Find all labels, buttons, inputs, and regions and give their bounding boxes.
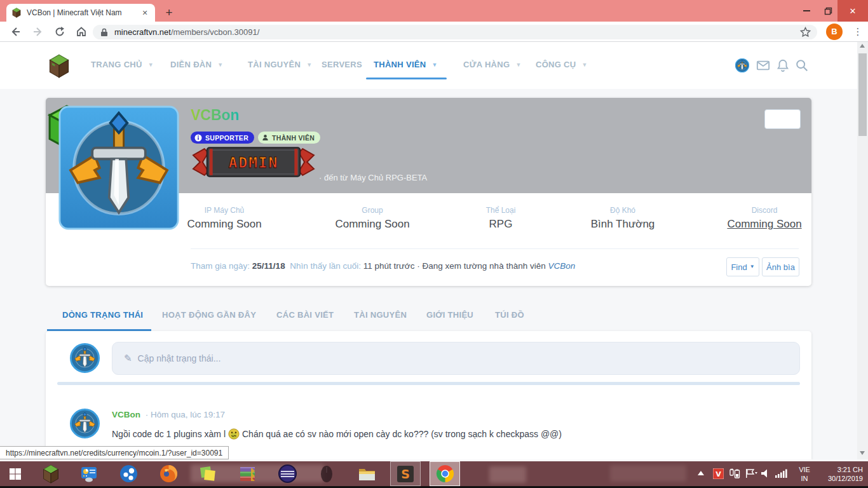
minecraft-icon xyxy=(42,464,60,484)
bookmark-star-icon[interactable] xyxy=(800,27,811,40)
svg-text:S: S xyxy=(401,467,410,481)
favicon-minecraft xyxy=(11,8,22,18)
tray-flag-icon[interactable] xyxy=(745,468,758,478)
stat-genre: Thể LoạiRPG xyxy=(486,206,516,231)
chevron-down-icon: ▼ xyxy=(515,62,521,68)
taskbar-sublime-text[interactable]: S xyxy=(390,461,421,486)
sublime-text-icon: S xyxy=(397,465,414,483)
svg-text:V: V xyxy=(715,470,721,478)
nav-item-trang-chu[interactable]: TRANG CHỦ▼ xyxy=(91,60,154,69)
taskbar-file-explorer[interactable] xyxy=(351,461,382,486)
scrollbar-up-arrow[interactable] xyxy=(860,44,865,48)
post-author-avatar[interactable] xyxy=(70,409,100,438)
tray-battery-icon[interactable] xyxy=(729,468,741,479)
find-button[interactable]: Find▼ xyxy=(726,257,759,276)
nav-item-servers[interactable]: SERVERS xyxy=(322,60,362,69)
post-author-name[interactable]: VCBon xyxy=(112,410,140,419)
dots-app-icon xyxy=(119,464,138,483)
firefox-icon xyxy=(159,464,178,483)
chevron-down-icon: ▼ xyxy=(148,62,154,68)
search-icon[interactable] xyxy=(795,58,809,72)
supporter-badge[interactable]: SUPPORTER xyxy=(191,132,254,144)
nav-item-thanh-vien[interactable]: THÀNH VIÊN▼ xyxy=(374,60,438,69)
taskbar-mouse-tool[interactable] xyxy=(311,461,342,486)
profile-avatar[interactable] xyxy=(58,105,179,230)
nav-item-cua-hang[interactable]: CỬA HÀNG▼ xyxy=(463,60,522,69)
browser-titlebar: VCBon | Minecraft Việt Nam ✕ + ✕ xyxy=(0,0,868,22)
tray-expand-icon[interactable] xyxy=(698,471,704,475)
restore-button[interactable] xyxy=(818,0,837,22)
nav-active-underline xyxy=(366,78,447,79)
taskbar-dots-app[interactable] xyxy=(113,461,144,486)
new-tab-button[interactable]: + xyxy=(161,5,177,20)
divider xyxy=(191,248,799,249)
scrollbar-thumb[interactable] xyxy=(858,53,867,136)
address-bar[interactable]: minecraftvn.net/members/vcbon.30091/ xyxy=(93,25,817,39)
username-link[interactable]: VCBon xyxy=(548,261,575,271)
status-feed-card: ✎ Cập nhật trạng thái... VCBon · Hôm qua… xyxy=(46,331,811,459)
scrollbar-down-arrow[interactable] xyxy=(860,451,865,455)
windows-logo-icon xyxy=(9,468,22,480)
nav-item-tai-nguyen[interactable]: TÀI NGUYÊN▼ xyxy=(248,60,312,69)
minimize-button[interactable] xyxy=(796,0,817,22)
tab-cac-bai-viet[interactable]: CÁC BÀI VIẾT xyxy=(276,310,334,320)
tray-vietkey-icon[interactable]: V xyxy=(713,468,724,479)
site-logo-minecraft[interactable] xyxy=(48,54,70,78)
tray-clock[interactable]: 3:21 CH30/12/2019 xyxy=(818,465,863,483)
wallpaper-glow xyxy=(610,465,686,482)
tab-gioi-thieu[interactable]: GIỚI THIỆU xyxy=(426,310,473,320)
tab-close-icon[interactable]: ✕ xyxy=(140,8,150,18)
chevron-down-icon: ▼ xyxy=(306,62,312,68)
profile-origin: · đến từ Máy Chủ RPG-BETA xyxy=(319,173,427,182)
badge-row: SUPPORTER THÀNH VIÊN xyxy=(191,132,320,144)
nav-item-cong-cu[interactable]: CÔNG CỤ▼ xyxy=(536,60,588,69)
taskbar-settings-app[interactable] xyxy=(74,461,104,486)
taskbar-minecraft[interactable] xyxy=(36,461,66,486)
browser-menu-icon[interactable]: ⋮ xyxy=(851,24,864,39)
bell-icon[interactable] xyxy=(776,58,790,72)
close-button[interactable]: ✕ xyxy=(837,0,868,22)
back-button[interactable] xyxy=(8,24,23,39)
browser-toolbar: minecraftvn.net/members/vcbon.30091/ B ⋮ xyxy=(0,22,868,42)
tray-speaker-icon[interactable] xyxy=(761,469,771,478)
tray-language[interactable]: VIEIN xyxy=(793,465,816,483)
person-icon xyxy=(262,134,269,141)
taskbar-winrar[interactable] xyxy=(233,461,263,486)
reload-button[interactable] xyxy=(52,24,67,39)
taskbar-sticky-notes[interactable] xyxy=(193,461,223,486)
composer-avatar xyxy=(70,343,100,373)
browser-profile-avatar[interactable]: B xyxy=(826,24,843,40)
taskbar-eclipse[interactable] xyxy=(272,461,302,486)
divider xyxy=(57,382,800,385)
tab-tai-nguyen[interactable]: TÀI NGUYÊN xyxy=(354,310,407,320)
home-button[interactable] xyxy=(74,24,89,39)
stat-difficulty: Độ KhóBình Thường xyxy=(591,206,655,231)
status-bar-link: https://minecraftvn.net/credits/currency… xyxy=(0,446,229,459)
nav-item-dien-dan[interactable]: DIỄN ĐÀN▼ xyxy=(170,60,223,69)
pencil-icon: ✎ xyxy=(124,353,132,364)
cover-action-button[interactable] xyxy=(764,109,801,129)
post-message: Ngồi code dc 1 plugins xàm lChán quá ae … xyxy=(112,428,562,442)
taskbar-chrome[interactable] xyxy=(430,461,460,486)
browser-tab[interactable]: VCBon | Minecraft Việt Nam ✕ xyxy=(6,4,155,22)
forward-button[interactable] xyxy=(31,24,46,39)
admin-rank-banner: ADMIN xyxy=(191,146,316,178)
post-header: VCBon · Hôm qua, lúc 19:17 xyxy=(112,410,225,419)
member-badge[interactable]: THÀNH VIÊN xyxy=(258,132,320,144)
tab-tui-do[interactable]: TÚI ĐỒ xyxy=(495,310,524,320)
tray-network-icon[interactable] xyxy=(775,469,788,478)
tab-dong-trang-thai[interactable]: DÒNG TRẠNG THÁI xyxy=(62,310,143,320)
info-icon xyxy=(194,134,202,142)
taskbar-firefox[interactable] xyxy=(153,461,184,486)
start-button[interactable] xyxy=(0,461,31,486)
cover-photo-button[interactable]: Ảnh bìa xyxy=(762,257,799,276)
post-timestamp[interactable]: · Hôm qua, lúc 19:17 xyxy=(146,410,225,419)
mail-icon[interactable] xyxy=(756,58,770,72)
status-update-input[interactable]: ✎ Cập nhật trạng thái... xyxy=(112,342,800,375)
tab-hoat-dong[interactable]: HOẠT ĐỘNG GẦN ĐÂY xyxy=(162,310,256,320)
user-mini-avatar[interactable] xyxy=(735,58,749,72)
file-explorer-icon xyxy=(358,466,376,482)
url-text: minecraftvn.net/members/vcbon.30091/ xyxy=(114,27,259,37)
stat-discord[interactable]: DiscordComming Soon xyxy=(727,206,801,231)
profile-tabs: DÒNG TRẠNG THÁI HOẠT ĐỘNG GẦN ĐÂY CÁC BÀ… xyxy=(0,299,868,330)
